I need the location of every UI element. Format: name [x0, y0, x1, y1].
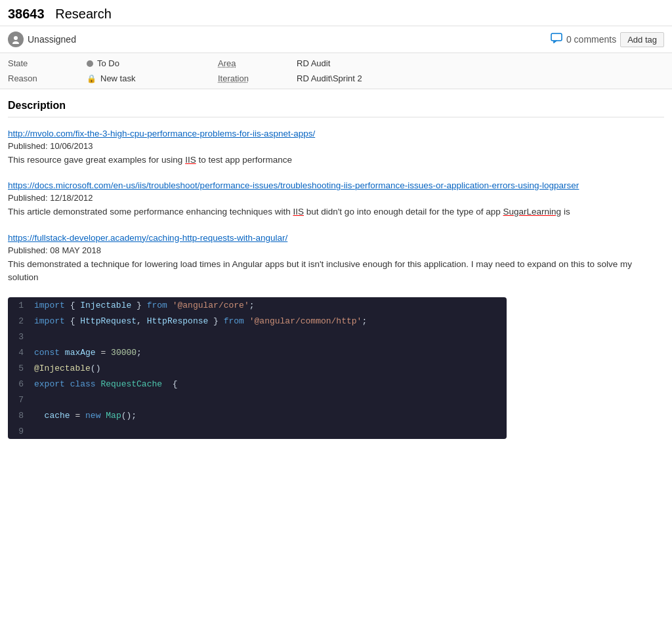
item-type: Research: [55, 7, 112, 21]
svg-point-1: [12, 41, 19, 44]
description-section: Description http://mvolo.com/fix-the-3-h…: [0, 89, 672, 449]
iis-ref-1: IIS: [185, 155, 196, 165]
item-id: 38643: [8, 7, 45, 21]
iteration-text: RD Audit\Sprint 2: [297, 73, 362, 83]
sugarlearning-ref: SugarLearning: [503, 207, 562, 217]
code-block: 1 import { Injectable } from '@angular/c…: [8, 297, 507, 439]
code-line-5: 5 @Injectable(): [8, 360, 507, 376]
iteration-label: Iteration: [218, 73, 297, 83]
code-line-9: 9: [8, 423, 507, 439]
code-line-7: 7: [8, 392, 507, 407]
meta-bar: Unassigned 0 comments Add tag: [0, 26, 672, 53]
code-line-2: 2 import { HttpRequest, HttpResponse } f…: [8, 313, 507, 329]
assignee-label: Unassigned: [28, 34, 76, 45]
iteration-value[interactable]: RD Audit\Sprint 2: [297, 73, 494, 83]
area-label: Area: [218, 58, 297, 68]
resource-desc-3: This demonstrated a technique for loweri…: [8, 258, 664, 285]
published-date-2: Published: 12/18/2012: [8, 193, 664, 203]
area-text: RD Audit: [297, 58, 330, 68]
page-title: 38643 Research: [8, 7, 112, 21]
resource-link-2[interactable]: https://docs.microsoft.com/en-us/iis/tro…: [8, 180, 579, 190]
svg-rect-2: [551, 33, 562, 41]
avatar: [8, 31, 24, 47]
resource-link-1[interactable]: http://mvolo.com/fix-the-3-high-cpu-perf…: [8, 129, 315, 138]
code-line-1: 1 import { Injectable } from '@angular/c…: [8, 297, 507, 313]
published-date-3: Published: 08 MAY 2018: [8, 245, 664, 255]
area-value[interactable]: RD Audit: [297, 58, 494, 68]
state-value[interactable]: To Do: [87, 58, 218, 68]
reason-text: New task: [100, 73, 135, 83]
comments-count: 0 comments: [566, 34, 616, 45]
reason-label: Reason: [8, 73, 87, 83]
page-header: 38643 Research: [0, 0, 672, 26]
iis-ref-2: IIS: [293, 207, 304, 217]
resource-block-2: https://docs.microsoft.com/en-us/iis/tro…: [8, 180, 664, 218]
published-date-1: Published: 10/06/2013: [8, 141, 664, 151]
svg-point-0: [14, 36, 18, 40]
state-dot: [87, 60, 93, 67]
state-text: To Do: [97, 58, 119, 68]
state-label: State: [8, 58, 87, 68]
lock-icon: 🔒: [87, 74, 96, 83]
add-tag-button[interactable]: Add tag: [620, 32, 664, 47]
resource-block-3: https://fullstack-developer.academy/cach…: [8, 232, 664, 285]
code-line-4: 4 const maxAge = 30000;: [8, 344, 507, 360]
resource-link-3[interactable]: https://fullstack-developer.academy/cach…: [8, 233, 287, 243]
resource-desc-1: This resource gave great examples for us…: [8, 154, 664, 167]
code-line-3: 3: [8, 329, 507, 344]
reason-value[interactable]: 🔒 New task: [87, 73, 218, 83]
fields-section: State To Do Area RD Audit Reason 🔒 New t…: [0, 53, 672, 89]
code-line-6: 6 export class RequestCache {: [8, 376, 507, 392]
assignee-field[interactable]: Unassigned: [8, 31, 76, 47]
comments-area: 0 comments Add tag: [551, 32, 664, 47]
comment-icon: [551, 33, 562, 46]
resource-block-1: http://mvolo.com/fix-the-3-high-cpu-perf…: [8, 128, 664, 167]
resource-desc-2: This article demonstrated some performan…: [8, 205, 664, 218]
code-line-8: 8 cache = new Map();: [8, 407, 507, 423]
description-heading: Description: [8, 100, 664, 117]
fields-grid: State To Do Area RD Audit Reason 🔒 New t…: [8, 58, 664, 83]
